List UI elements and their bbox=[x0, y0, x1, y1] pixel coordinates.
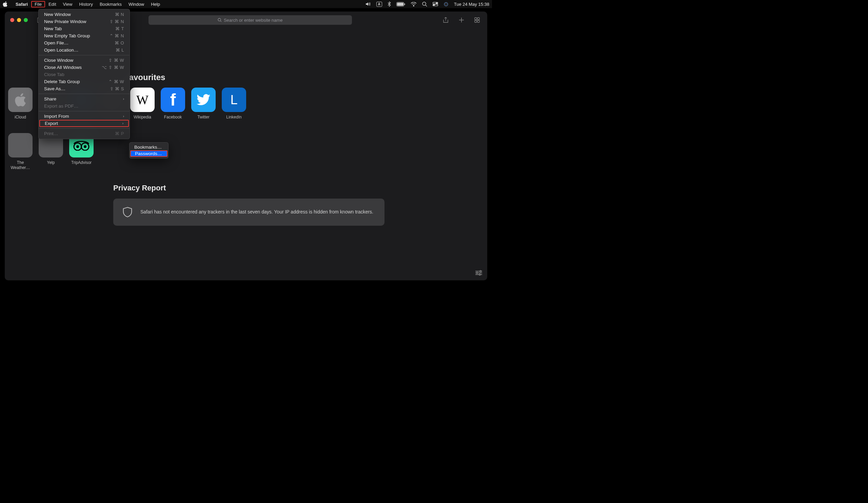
svg-rect-1 bbox=[397, 3, 403, 6]
svg-point-6 bbox=[436, 2, 437, 4]
favourite-icloud[interactable]: iCloud bbox=[8, 88, 32, 120]
menu-item-import-from[interactable]: Import From› bbox=[39, 113, 130, 120]
menu-help[interactable]: Help bbox=[147, 1, 163, 8]
control-center-icon[interactable] bbox=[433, 2, 438, 6]
favourite-wikipedia[interactable]: WWikipedia bbox=[130, 88, 155, 120]
menubar-left: Safari File Edit View History Bookmarks … bbox=[3, 1, 163, 8]
favourite-twitter[interactable]: Twitter bbox=[191, 88, 216, 120]
menu-item-close-window[interactable]: Close Window⇧ ⌘ W bbox=[39, 57, 130, 64]
menu-file[interactable]: File bbox=[31, 1, 45, 8]
export-bookmarks-item[interactable]: Bookmarks… bbox=[130, 144, 168, 150]
bluetooth-icon[interactable] bbox=[388, 1, 391, 7]
file-menu-dropdown: New Window⌘ NNew Private Window⇧ ⌘ NNew … bbox=[38, 9, 130, 139]
privacy-report-card[interactable]: Safari has not encountered any trackers … bbox=[113, 199, 384, 226]
wifi-icon[interactable] bbox=[411, 2, 417, 7]
battery-icon[interactable] bbox=[396, 2, 405, 7]
favourite-icon: W bbox=[130, 88, 155, 112]
svg-rect-2 bbox=[404, 3, 405, 5]
svg-point-23 bbox=[480, 271, 481, 272]
menu-item-print-: Print…⌘ P bbox=[39, 130, 130, 137]
volume-icon[interactable] bbox=[365, 2, 371, 7]
menu-edit[interactable]: Edit bbox=[45, 1, 59, 8]
menu-item-open-location-[interactable]: Open Location…⌘ L bbox=[39, 47, 130, 54]
favourite-label: TripAdvisor bbox=[71, 160, 92, 165]
svg-point-20 bbox=[76, 145, 79, 148]
favourite-label: Twitter bbox=[197, 115, 209, 120]
shield-icon bbox=[123, 207, 132, 218]
menu-bookmarks[interactable]: Bookmarks bbox=[96, 1, 125, 8]
svg-rect-14 bbox=[475, 18, 477, 20]
address-placeholder: Search or enter website name bbox=[224, 18, 282, 23]
chevron-right-icon: › bbox=[123, 114, 124, 118]
export-passwords-item[interactable]: Passwords… bbox=[130, 150, 167, 157]
favourite-icon bbox=[8, 88, 32, 112]
svg-rect-16 bbox=[475, 20, 477, 22]
svg-point-25 bbox=[476, 272, 478, 273]
privacy-report-text: Safari has not encountered any trackers … bbox=[141, 209, 373, 215]
favourite-label: LinkedIn bbox=[226, 115, 241, 120]
favourite-icon: L bbox=[222, 88, 246, 112]
favourite-icon bbox=[8, 133, 32, 158]
menu-item-delete-tab-group[interactable]: Delete Tab Group⌃ ⌘ W bbox=[39, 78, 130, 85]
export-submenu: Bookmarks… Passwords… bbox=[129, 142, 168, 159]
close-window-button[interactable] bbox=[10, 18, 14, 22]
menu-separator bbox=[39, 111, 130, 111]
menu-item-close-tab: Close Tab bbox=[39, 71, 130, 78]
menu-item-open-file-[interactable]: Open File…⌘ O bbox=[39, 39, 130, 47]
chevron-right-icon: › bbox=[122, 121, 123, 125]
svg-point-3 bbox=[413, 6, 414, 7]
menu-item-new-tab[interactable]: New Tab⌘ T bbox=[39, 25, 130, 32]
maximize-window-button[interactable] bbox=[24, 18, 28, 22]
macos-menubar: Safari File Edit View History Bookmarks … bbox=[0, 0, 492, 8]
svg-point-27 bbox=[479, 274, 480, 275]
share-button[interactable] bbox=[441, 15, 451, 25]
svg-point-21 bbox=[84, 145, 86, 148]
favourite-label: Wikipedia bbox=[134, 115, 151, 120]
svg-point-8 bbox=[433, 4, 435, 6]
window-controls bbox=[10, 18, 28, 22]
menu-item-export-as-pdf-: Export as PDF… bbox=[39, 102, 130, 110]
favourite-label: iCloud bbox=[14, 115, 26, 120]
menu-item-export[interactable]: Export› bbox=[39, 120, 129, 127]
siri-icon[interactable] bbox=[444, 2, 448, 7]
svg-rect-15 bbox=[477, 18, 479, 20]
spotlight-icon[interactable] bbox=[422, 2, 427, 7]
favourites-heading: Favourites bbox=[124, 73, 470, 82]
input-source-icon[interactable]: A bbox=[376, 2, 382, 7]
menu-item-share[interactable]: Share› bbox=[39, 95, 130, 102]
favourite-label: Yelp bbox=[47, 160, 55, 165]
menu-item-save-as-[interactable]: Save As…⇧ ⌘ S bbox=[39, 85, 130, 92]
svg-point-13 bbox=[218, 18, 221, 21]
favourite-icon: f bbox=[161, 88, 185, 112]
menu-item-new-private-window[interactable]: New Private Window⇧ ⌘ N bbox=[39, 18, 130, 25]
menu-separator bbox=[39, 94, 130, 94]
toolbar-right bbox=[441, 15, 482, 25]
menu-item-new-empty-tab-group[interactable]: New Empty Tab Group⌃ ⌘ N bbox=[39, 32, 130, 39]
menu-separator bbox=[39, 128, 130, 129]
address-bar[interactable]: Search or enter website name bbox=[148, 15, 352, 25]
favourite-linkedin[interactable]: LLinkedIn bbox=[222, 88, 246, 120]
customize-start-page-button[interactable] bbox=[475, 270, 483, 275]
favourite-label: The Weather… bbox=[8, 160, 32, 170]
menu-separator bbox=[39, 55, 130, 55]
new-tab-button[interactable] bbox=[457, 15, 466, 25]
app-name[interactable]: Safari bbox=[12, 2, 31, 7]
favourite-label: Facebook bbox=[164, 115, 182, 120]
menu-item-close-all-windows[interactable]: Close All Windows⌥ ⇧ ⌘ W bbox=[39, 64, 130, 71]
minimize-window-button[interactable] bbox=[17, 18, 21, 22]
favourite-icon bbox=[191, 88, 216, 112]
chevron-right-icon: › bbox=[123, 97, 124, 101]
privacy-report-heading: Privacy Report bbox=[113, 184, 470, 192]
menu-window[interactable]: Window bbox=[125, 1, 147, 8]
favourite-facebook[interactable]: fFacebook bbox=[161, 88, 185, 120]
menu-history[interactable]: History bbox=[76, 1, 96, 8]
favourite-the-weather-[interactable]: The Weather… bbox=[8, 133, 32, 170]
apple-logo-icon[interactable] bbox=[3, 1, 8, 7]
svg-rect-17 bbox=[477, 20, 479, 22]
menu-view[interactable]: View bbox=[60, 1, 76, 8]
search-icon bbox=[218, 18, 222, 22]
menu-item-new-window[interactable]: New Window⌘ N bbox=[39, 11, 130, 18]
tab-overview-button[interactable] bbox=[472, 15, 482, 25]
svg-point-4 bbox=[423, 2, 426, 6]
menubar-datetime[interactable]: Tue 24 May 15:38 bbox=[454, 2, 489, 7]
